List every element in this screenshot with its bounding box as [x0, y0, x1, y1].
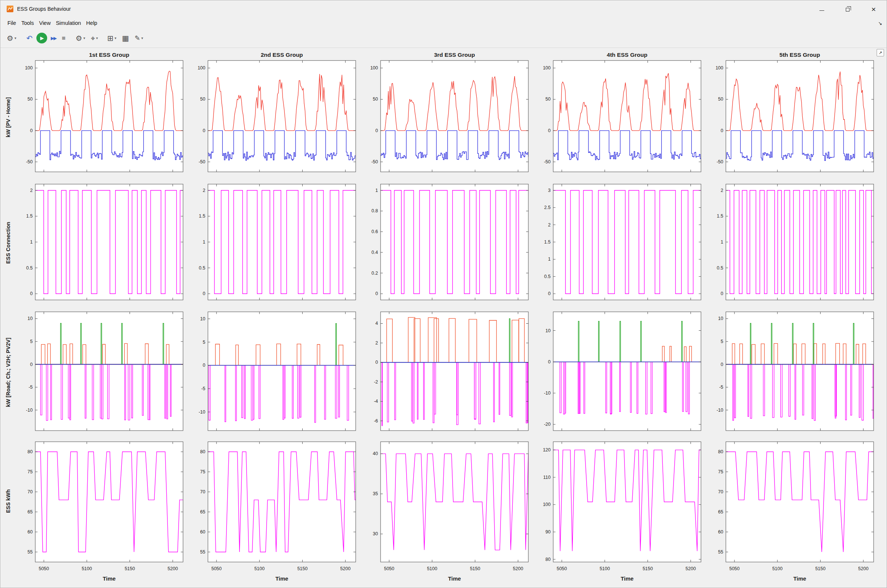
y-tick-label: 55 — [27, 549, 33, 555]
plot-row-4: ESS kWh5560657075805050510051505200Time5… — [0, 439, 887, 587]
restore-icon — [846, 8, 849, 12]
dock-figure-button[interactable]: ↗ — [876, 49, 884, 56]
y-tick-label: -10 — [26, 408, 33, 413]
probe-signals-button[interactable]: ⌖▾ — [89, 33, 99, 43]
y-tick-label: -6 — [374, 418, 378, 423]
y-axis-label-row-4: ESS kWh — [0, 439, 16, 587]
menu-file[interactable]: File — [5, 19, 18, 27]
stop-icon: ■ — [62, 35, 65, 41]
y-tick-label: 0 — [203, 291, 205, 296]
x-tick-label: 5150 — [643, 566, 653, 571]
scope-settings-button[interactable]: ⚙▾ — [5, 33, 18, 43]
plot-row-2: ESS Connection00.511.5200.511.5200.20.40… — [0, 181, 887, 304]
x-axis-label: Time — [794, 575, 806, 582]
x-tick-label: 5050 — [211, 566, 222, 571]
x-tick-label: 5100 — [772, 566, 783, 571]
menubar-corner-icon[interactable]: ↘ — [878, 20, 882, 26]
y-tick-label: 80 — [718, 449, 723, 454]
subplot-r2c2: 00.511.52 — [189, 181, 361, 304]
y-axis-label-row-2: ESS Connection — [0, 181, 16, 304]
y-tick-label: 0.8 — [372, 208, 378, 213]
y-tick-label: 0 — [203, 128, 205, 133]
menu-tools[interactable]: Tools — [18, 19, 36, 27]
subplot-r4c5: 5560657075805050510051505200Time — [707, 439, 879, 587]
y-tick-label: -2 — [374, 380, 378, 385]
y-tick-label: 1.5 — [544, 239, 551, 244]
x-tick-label: 5150 — [815, 566, 826, 571]
y-tick-label: 75 — [27, 469, 33, 474]
x-tick-label: 5200 — [513, 566, 523, 571]
trigger-button[interactable]: ▦ — [120, 33, 131, 43]
fit-to-view-button[interactable]: ⊞▾ — [105, 33, 119, 43]
dropdown-caret-icon: ▾ — [83, 36, 85, 40]
restore-button[interactable] — [834, 0, 861, 18]
x-tick-label: 5100 — [82, 566, 92, 571]
dropdown-caret-icon: ▾ — [96, 36, 98, 40]
subplot-r4c4: 80901001101205050510051505200Time — [534, 439, 707, 587]
x-tick-label: 5200 — [167, 566, 178, 571]
matlab-figure-icon — [6, 5, 14, 13]
y-tick-label: 0 — [30, 128, 33, 133]
close-button[interactable]: × — [861, 0, 887, 18]
y-tick-label: 50 — [545, 96, 551, 102]
y-tick-label: 100 — [543, 502, 551, 507]
y-tick-label: 80 — [545, 557, 551, 562]
y-tick-label: 0 — [30, 291, 33, 296]
y-axis-label-text: ESS kWh — [5, 489, 11, 513]
figure-window: ESS Groups Behaviour × File Tools View S… — [0, 0, 887, 588]
subplot-r4c2: 5560657075805050510051505200Time — [189, 439, 361, 587]
minimize-button[interactable] — [809, 0, 834, 18]
stop-button[interactable]: ■ — [60, 34, 67, 42]
subplot-r1c2: -500501002nd ESS Group — [189, 50, 361, 177]
x-tick-label: 5050 — [384, 566, 394, 571]
step-forward-button[interactable]: ▶▶ — [49, 35, 58, 42]
column-title: 2nd ESS Group — [261, 52, 303, 58]
y-tick-label: 2 — [548, 222, 551, 228]
y-tick-label: 60 — [200, 530, 205, 534]
y-tick-label: 50 — [718, 96, 723, 102]
x-tick-label: 5100 — [600, 566, 610, 571]
menu-simulation[interactable]: Simulation — [53, 19, 84, 27]
column-title: 5th ESS Group — [779, 52, 820, 58]
menu-help[interactable]: Help — [84, 19, 100, 27]
y-tick-label: 0 — [375, 360, 378, 365]
x-tick-label: 5100 — [427, 566, 437, 571]
y-tick-label: -4 — [374, 399, 378, 404]
highlight-button[interactable]: ✎▾ — [132, 34, 145, 43]
trigger-icon: ▦ — [122, 34, 129, 42]
y-tick-label: 100 — [716, 65, 723, 70]
y-tick-label: 70 — [200, 489, 205, 495]
x-tick-label: 5050 — [729, 566, 740, 571]
y-tick-label: 2 — [375, 340, 378, 346]
plot-grid: kW [PV - Home]-500501001st ESS Group-500… — [0, 50, 887, 587]
x-axis-label: Time — [448, 575, 461, 582]
menubar: File Tools View Simulation Help ↘ — [0, 18, 887, 28]
x-tick-label: 5150 — [470, 566, 480, 571]
y-tick-label: 0 — [548, 359, 551, 364]
x-tick-label: 5200 — [340, 566, 351, 571]
y-tick-label: 0 — [548, 128, 551, 133]
y-tick-label: 90 — [545, 530, 551, 534]
y-tick-label: 35 — [373, 491, 378, 496]
y-axis-label-text: ESS Connection — [5, 222, 11, 264]
y-tick-label: 4 — [375, 321, 378, 326]
titlebar[interactable]: ESS Groups Behaviour × — [0, 0, 887, 18]
run-button[interactable]: ▶ — [36, 33, 47, 44]
y-tick-label: -10 — [199, 410, 205, 415]
y-axis-label-text: kW [Road; Ch.; V2H; PV2V] — [5, 338, 11, 407]
y-tick-label: 50 — [200, 96, 205, 102]
run-icon: ▶ — [40, 36, 44, 40]
y-tick-label: 0.4 — [372, 250, 378, 255]
y-tick-label: 1 — [375, 188, 378, 193]
plot-row-3: kW [Road; Ch.; V2H; PV2V]-10-50510-10-50… — [0, 309, 887, 436]
y-tick-label: -5 — [719, 385, 723, 390]
y-tick-label: 10 — [200, 316, 205, 321]
y-tick-label: 70 — [27, 489, 33, 495]
x-tick-label: 5200 — [858, 566, 869, 571]
y-tick-label: 5 — [30, 339, 33, 344]
step-back-button[interactable]: ↶ — [24, 33, 35, 43]
column-title: 1st ESS Group — [89, 52, 129, 58]
menu-view[interactable]: View — [36, 19, 53, 27]
subplot-r2c4: 00.511.522.53 — [534, 181, 707, 304]
simulation-settings-button[interactable]: ⚙▾ — [74, 33, 87, 43]
